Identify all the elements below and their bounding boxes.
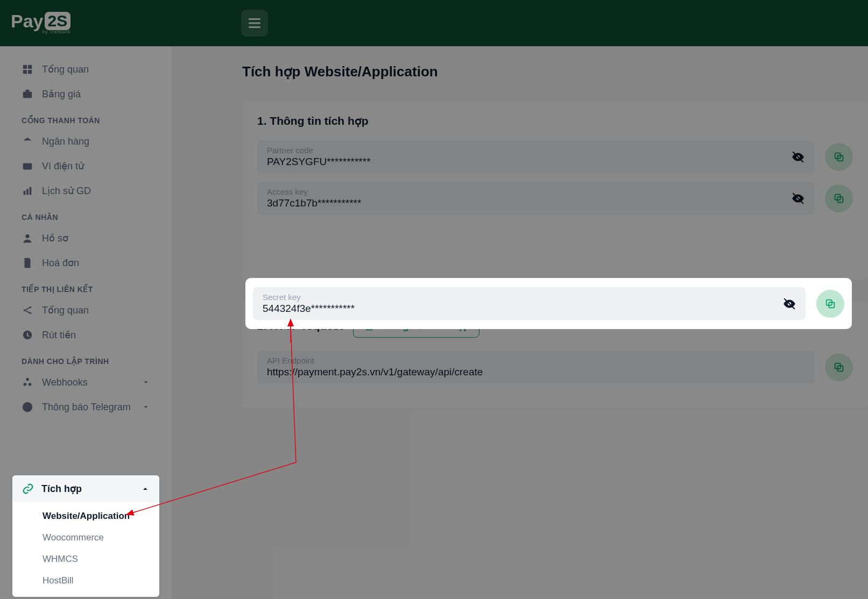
sidebar-section-gateway: CỔNG THANH TOÁN (0, 106, 171, 129)
link-icon (22, 483, 34, 495)
field-value: 544324f3e*********** (263, 303, 775, 315)
logo-subtitle: by Vietbank (43, 29, 70, 34)
svg-rect-11 (26, 189, 29, 195)
svg-rect-7 (23, 91, 32, 98)
chart-icon (22, 185, 33, 197)
chevron-up-icon (141, 484, 150, 493)
svg-rect-5 (23, 70, 27, 74)
sidebar-item-overview[interactable]: Tổng quan (0, 57, 171, 82)
sidebar-item-withdraw[interactable]: Rút tiền (0, 323, 171, 347)
sidebar-item-pricing[interactable]: Bảng giá (0, 82, 171, 106)
eye-off-icon (791, 191, 805, 205)
eye-off-icon (791, 150, 805, 164)
sidebar-item-ewallet[interactable]: Ví điện tử (0, 154, 171, 179)
secret-key-field: Secret key 544324f3e*********** (253, 287, 806, 320)
svg-point-9 (29, 166, 31, 168)
field-label: Partner code (267, 146, 784, 155)
field-label: API Endpoint (267, 356, 784, 365)
sidebar-item-aff-overview[interactable]: Tổng quan (0, 298, 171, 323)
menu-icon (249, 18, 260, 28)
copy-endpoint-button[interactable] (825, 353, 853, 381)
sidebar-item-webhooks[interactable]: Webhooks (0, 370, 171, 395)
access-key-row: Access key 3d77c1b7b*********** (257, 182, 853, 215)
telegram-icon (22, 401, 33, 413)
copy-icon (833, 361, 845, 373)
sidebar-item-bank[interactable]: Ngân hàng (0, 129, 171, 154)
copy-partner-code-button[interactable] (825, 143, 853, 171)
sidebar-section-affiliate: TIẾP THỊ LIÊN KẾT (0, 275, 171, 298)
svg-point-13 (25, 234, 29, 238)
logo[interactable]: Pay 2S by Vietbank (0, 0, 171, 46)
page-title: Tích hợp Website/Application (242, 63, 868, 80)
sidebar-integrate-highlight: Tích hợp Website/Application Woocommerce… (12, 475, 159, 597)
sidebar-item-profile[interactable]: Hồ sơ (0, 226, 171, 251)
svg-point-18 (24, 383, 27, 386)
sidebar-item-integrate[interactable]: Tích hợp (12, 475, 159, 502)
svg-point-19 (29, 383, 32, 386)
receipt-icon (22, 257, 33, 269)
sidebar-section-dev: DÀNH CHO LẬP TRÌNH (0, 347, 171, 370)
secret-key-row-highlight: Secret key 544324f3e*********** (245, 278, 852, 329)
logo-text-2: 2S (45, 12, 71, 30)
sidebar-item-label: Rút tiền (42, 329, 76, 341)
submenu-whmcs[interactable]: WHMCS (43, 548, 159, 570)
sidebar-toggle-button[interactable] (241, 10, 268, 37)
field-value: https://payment.pay2s.vn/v1/gateway/api/… (267, 366, 784, 378)
share-icon (22, 304, 33, 316)
submenu-hostbill[interactable]: HostBill (43, 570, 159, 591)
svg-point-20 (26, 378, 29, 381)
wallet-icon (22, 160, 33, 172)
copy-secret-key-button[interactable] (816, 290, 844, 318)
api-endpoint-row: API Endpoint https://payment.pay2s.vn/v1… (257, 351, 853, 383)
user-icon (22, 232, 33, 244)
access-key-field: Access key 3d77c1b7b*********** (257, 182, 814, 215)
sidebar-section-personal: CÁ NHÂN (0, 203, 171, 226)
svg-point-16 (30, 312, 32, 315)
webhook-icon (22, 376, 33, 388)
partner-code-row: Partner code PAY2SYGFU*********** (257, 140, 853, 173)
svg-rect-3 (23, 65, 27, 69)
copy-icon (833, 192, 845, 204)
svg-rect-0 (249, 18, 260, 20)
submenu-website-app[interactable]: Website/Application (43, 505, 159, 527)
svg-rect-12 (30, 187, 32, 195)
sidebar-item-label: Tổng quan (42, 63, 89, 75)
withdraw-icon (22, 329, 33, 341)
svg-rect-6 (28, 70, 32, 74)
svg-point-14 (24, 309, 26, 311)
bank-icon (22, 136, 33, 147)
copy-icon (824, 298, 836, 310)
svg-point-15 (30, 306, 32, 309)
sidebar-item-history[interactable]: Lịch sử GD (0, 179, 171, 203)
api-endpoint-field: API Endpoint https://payment.pay2s.vn/v1… (257, 351, 814, 383)
sidebar-item-label: Thông báo Telegram (42, 402, 131, 413)
eye-off-icon (782, 297, 796, 311)
svg-rect-1 (249, 23, 260, 24)
chevron-down-icon (142, 379, 150, 386)
logo-text-1: Pay (11, 12, 44, 30)
toggle-visibility-button[interactable] (791, 149, 806, 165)
sidebar-item-label: Tích hợp (41, 483, 82, 495)
field-label: Access key (267, 187, 784, 196)
sidebar-item-label: Bảng giá (42, 88, 81, 100)
submenu-woocommerce[interactable]: Woocommerce (43, 527, 159, 548)
partner-code-field: Partner code PAY2SYGFU*********** (257, 140, 814, 173)
copy-access-key-button[interactable] (825, 184, 853, 212)
integration-info-card: 1. Thông tin tích hợp Partner code PAY2S… (242, 102, 868, 280)
toggle-visibility-button[interactable] (782, 296, 797, 311)
briefcase-icon (22, 88, 33, 100)
card-title: 1. Thông tin tích hợp (257, 115, 853, 127)
svg-rect-4 (28, 65, 32, 69)
sidebar-item-label: Tổng quan (42, 304, 89, 316)
sidebar-item-invoice[interactable]: Hoá đơn (0, 251, 171, 275)
sidebar-item-label: Ngân hàng (42, 136, 89, 147)
field-value: PAY2SYGFU*********** (267, 156, 784, 168)
sidebar-item-label: Ví điện tử (42, 160, 84, 172)
integrate-submenu: Website/Application Woocommerce WHMCS Ho… (12, 502, 159, 591)
sidebar-item-label: Lịch sử GD (42, 185, 91, 197)
toggle-visibility-button[interactable] (791, 191, 806, 206)
sidebar-item-label: Webhooks (42, 377, 88, 388)
field-label: Secret key (263, 293, 775, 302)
chevron-down-icon (142, 403, 150, 411)
sidebar-item-telegram[interactable]: Thông báo Telegram (0, 395, 171, 419)
